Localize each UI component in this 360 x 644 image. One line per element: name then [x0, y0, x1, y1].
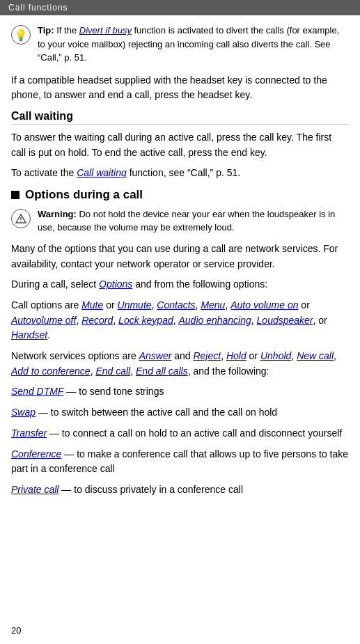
private-call-para: Private call — to discuss privately in a…	[11, 482, 349, 498]
tip-text1: If the	[56, 25, 79, 36]
tip-divert-link[interactable]: Divert if busy	[79, 25, 132, 36]
conference-text: — to make a conference call that allows …	[11, 448, 348, 475]
private-call-link[interactable]: Private call	[11, 484, 58, 495]
private-call-text: — to discuss privately in a conference c…	[58, 484, 243, 495]
net-option-new-call[interactable]: New call	[297, 350, 334, 361]
send-dtmf-para: Send DTMF — to send tone strings	[11, 384, 349, 400]
options-para2: During a call, select Options and from t…	[11, 277, 349, 292]
page-number: 20	[11, 625, 21, 636]
call-option-loudspeaker[interactable]: Loudspeaker	[257, 315, 313, 326]
options-link[interactable]: Options	[99, 278, 132, 290]
options-heading: Options during a call	[11, 188, 349, 202]
tip-label: Tip:	[38, 25, 54, 36]
swap-para: Swap — to switch between the active call…	[11, 405, 349, 421]
net-option-unhold[interactable]: Unhold	[260, 350, 291, 361]
options-square-icon	[11, 191, 19, 199]
net-option-add-to-conference[interactable]: Add to conference	[11, 366, 91, 377]
net-option-end-call[interactable]: End call	[95, 366, 130, 377]
call-option-handset[interactable]: Handset	[11, 329, 47, 340]
page-wrapper: Call functions 💡 Tip: If the Divert if b…	[0, 0, 360, 644]
call-options-para: Call options are Mute or Unmute, Contact…	[11, 298, 349, 343]
transfer-text: — to connect a call on hold to an active…	[47, 427, 342, 439]
options-para1: Many of the options that you can use dur…	[11, 242, 349, 272]
swap-text: — to switch between the active call and …	[36, 407, 277, 418]
call-option-record[interactable]: Record	[81, 315, 113, 326]
call-options-start: Call options are	[11, 299, 81, 311]
options-para2-start: During a call, select	[11, 278, 99, 290]
headset-para: If a compatible headset supplied with th…	[11, 73, 349, 103]
call-option-audio-enhancing[interactable]: Audio enhancing	[178, 315, 251, 326]
net-option-end-all-calls[interactable]: End all calls	[136, 366, 188, 377]
options-para2-end: and from the following options:	[132, 278, 267, 290]
call-waiting-link[interactable]: Call waiting	[77, 167, 127, 178]
call-waiting-para2-end: function, see “Call,” p. 51.	[127, 167, 240, 178]
conference-para: Conference — to make a conference call t…	[11, 447, 349, 477]
call-option-unmute[interactable]: Unmute	[118, 299, 152, 311]
svg-point-2	[20, 221, 22, 222]
call-option-autovolume-on[interactable]: Auto volume on	[230, 299, 298, 311]
call-waiting-para2: To activate the Call waiting function, s…	[11, 166, 349, 181]
call-waiting-para1: To answer the waiting call during an act…	[11, 130, 349, 160]
tip-icon: 💡	[11, 25, 31, 45]
conference-link[interactable]: Conference	[11, 448, 61, 460]
warning-icon	[11, 209, 31, 228]
swap-link[interactable]: Swap	[11, 407, 36, 418]
warning-label: Warning:	[38, 209, 77, 219]
call-option-mute[interactable]: Mute	[81, 299, 103, 311]
tip-text: Tip: If the Divert if busy function is a…	[38, 24, 349, 65]
send-dtmf-link[interactable]: Send DTMF	[11, 386, 63, 397]
header-text: Call functions	[8, 3, 68, 13]
warning-text: Warning: Do not hold the device near you…	[38, 207, 349, 235]
mountain-icon	[15, 213, 26, 224]
net-option-reject[interactable]: Reject	[193, 350, 221, 361]
warning-body: Do not hold the device near your ear whe…	[38, 209, 335, 233]
tip-box: 💡 Tip: If the Divert if busy function is…	[11, 24, 349, 65]
call-option-menu[interactable]: Menu	[201, 299, 225, 311]
transfer-para: Transfer — to connect a call on hold to …	[11, 426, 349, 441]
net-option-answer[interactable]: Answer	[139, 350, 172, 361]
call-waiting-title: Call waiting	[11, 110, 73, 122]
page-header: Call functions	[0, 0, 360, 15]
options-heading-text: Options during a call	[25, 188, 143, 202]
call-option-contacts[interactable]: Contacts	[157, 299, 195, 311]
net-option-hold[interactable]: Hold	[226, 350, 246, 361]
send-dtmf-text: — to send tone strings	[63, 386, 164, 397]
call-waiting-para2-start: To activate the	[11, 167, 77, 178]
call-waiting-heading: Call waiting	[11, 110, 349, 125]
page-content: 💡 Tip: If the Divert if busy function is…	[0, 15, 360, 517]
warning-box: Warning: Do not hold the device near you…	[11, 207, 349, 235]
network-options-para: Network services options are Answer and …	[11, 349, 349, 379]
call-option-autovolume-off[interactable]: Autovolume off	[11, 315, 76, 326]
transfer-link[interactable]: Transfer	[11, 427, 47, 439]
call-option-lock-keypad[interactable]: Lock keypad	[118, 315, 173, 326]
